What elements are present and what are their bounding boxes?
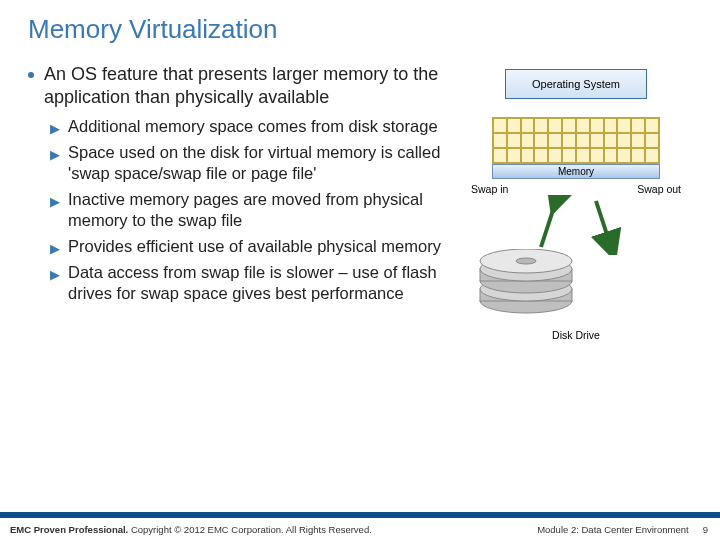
footer: EMC Proven Professional. Copyright © 201… — [0, 512, 720, 540]
arrow-icon: ▶ — [50, 267, 60, 284]
sub-bullet-list: ▶Additional memory space comes from disk… — [28, 116, 456, 304]
main-bullet: An OS feature that presents larger memor… — [28, 63, 456, 108]
disk-label: Disk Drive — [466, 329, 686, 341]
sub-bullet-text: Additional memory space comes from disk … — [68, 116, 438, 137]
svg-line-0 — [541, 201, 556, 247]
swap-arrows-icon — [501, 195, 651, 255]
disk-drive-icon — [466, 249, 586, 319]
footer-left: EMC Proven Professional. Copyright © 201… — [10, 524, 372, 535]
footer-left-rest: Copyright © 2012 EMC Corporation. All Ri… — [128, 524, 372, 535]
sub-bullet: ▶Provides efficient use of available phy… — [50, 236, 456, 258]
content-area: An OS feature that presents larger memor… — [0, 45, 720, 308]
diagram: Operating System Memory Swap in Swap out — [466, 63, 686, 341]
memory-label: Memory — [492, 164, 660, 179]
text-column: An OS feature that presents larger memor… — [28, 63, 456, 308]
sub-bullet-text: Space used on the disk for virtual memor… — [68, 142, 456, 185]
footer-left-strong: EMC Proven Professional. — [10, 524, 128, 535]
sub-bullet: ▶Inactive memory pages are moved from ph… — [50, 189, 456, 232]
os-box: Operating System — [505, 69, 647, 99]
arrow-icon: ▶ — [50, 194, 60, 211]
sub-bullet: ▶Additional memory space comes from disk… — [50, 116, 456, 138]
arrow-icon: ▶ — [50, 241, 60, 258]
slide-title: Memory Virtualization — [0, 0, 720, 45]
bullet-dot-icon — [28, 72, 34, 78]
sub-bullet-text: Data access from swap file is slower – u… — [68, 262, 456, 305]
swap-in-label: Swap in — [471, 183, 508, 195]
memory-block: Memory — [492, 117, 660, 179]
main-bullet-text: An OS feature that presents larger memor… — [44, 63, 456, 108]
svg-point-9 — [516, 258, 536, 264]
diagram-column: Operating System Memory Swap in Swap out — [456, 63, 708, 308]
arrow-icon: ▶ — [50, 121, 60, 138]
sub-bullet: ▶Data access from swap file is slower – … — [50, 262, 456, 305]
page-number: 9 — [703, 524, 708, 535]
sub-bullet-text: Inactive memory pages are moved from phy… — [68, 189, 456, 232]
arrow-icon: ▶ — [50, 147, 60, 164]
swap-labels: Swap in Swap out — [471, 183, 681, 195]
svg-line-1 — [596, 201, 611, 247]
sub-bullet-text: Provides efficient use of available phys… — [68, 236, 441, 257]
swap-out-label: Swap out — [637, 183, 681, 195]
sub-bullet: ▶Space used on the disk for virtual memo… — [50, 142, 456, 185]
footer-module: Module 2: Data Center Environment — [537, 524, 689, 535]
